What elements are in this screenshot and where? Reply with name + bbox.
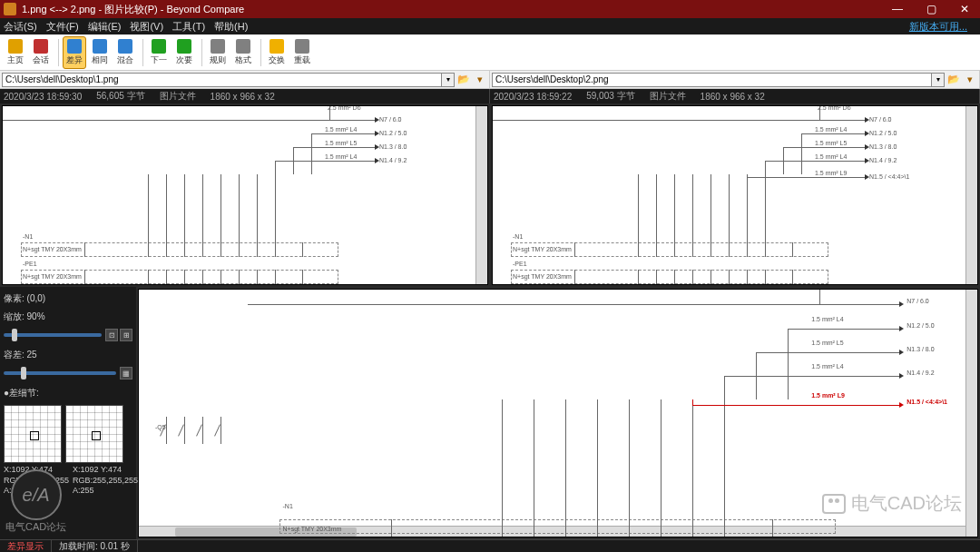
right-path-dropdown[interactable]: ▾ [932, 73, 945, 87]
tol-grid-button[interactable]: ▦ [120, 367, 132, 380]
tol-label: 容差: [4, 350, 24, 360]
separator [201, 39, 202, 66]
left-history-button[interactable]: ▾ [473, 73, 487, 87]
scrollbar-thumb[interactable] [477, 143, 486, 188]
toolbar: 主页 会话 差异 相同 混合 下一 次要 规则 格式 交换 重载 [0, 34, 980, 71]
next-icon [152, 39, 166, 54]
right-type: 图片文件 [650, 90, 686, 103]
menu-file[interactable]: 文件(F) [46, 20, 79, 34]
update-link[interactable]: 新版本可用... [909, 20, 967, 34]
prev-diff-button[interactable]: 次要 [172, 36, 196, 69]
menu-session[interactable]: 会话(S) [4, 20, 37, 34]
rules-button[interactable]: 规则 [206, 36, 230, 69]
app-icon [4, 3, 16, 15]
compare-row: 2.5 mm² D6N7 / 6.0N1.2 / 5.01.5 mm² L4N1… [0, 104, 980, 287]
right-pixel-preview [65, 405, 123, 463]
menu-help[interactable]: 帮助(H) [214, 20, 248, 34]
left-dim: 1860 x 966 x 32 [211, 92, 275, 102]
sessions-icon [34, 39, 48, 54]
format-button[interactable]: 格式 [231, 36, 255, 69]
right-history-button[interactable]: ▾ [963, 73, 977, 87]
swap-button[interactable]: 交换 [265, 36, 289, 69]
right-pixel-xy: X:1092 Y:474 [73, 465, 138, 476]
right-size: 59,003 字节 [586, 90, 634, 103]
left-path-input[interactable] [2, 73, 442, 87]
status-diff: 差异显示 [0, 540, 52, 553]
zoom-label: 缩放: [4, 311, 24, 321]
left-date: 2020/3/23 18:59:30 [4, 92, 82, 102]
reload-button[interactable]: 重载 [290, 36, 314, 69]
reload-icon [295, 39, 309, 54]
swap-icon [270, 39, 284, 54]
zoom-slider[interactable]: ⊡⊞ [4, 329, 132, 341]
zoom-100-button[interactable]: ⊞ [120, 329, 132, 341]
tol-track[interactable] [4, 371, 116, 375]
left-path-dropdown[interactable]: ▾ [442, 73, 455, 87]
zoom-value: 90% [27, 311, 45, 321]
watermark-text: 电气CAD论坛 [5, 520, 66, 534]
left-path: ▾ 📂 ▾ [0, 71, 490, 88]
separator [142, 39, 143, 66]
right-dim: 1860 x 966 x 32 [701, 92, 765, 102]
prev-icon [177, 39, 191, 54]
right-pixel-a: A:255 [73, 486, 138, 497]
rules-icon [211, 39, 225, 54]
tol-value: 25 [27, 350, 37, 360]
tol-knob[interactable] [21, 367, 26, 380]
right-pixel-rgb: RGB:255,255,255 [73, 476, 138, 487]
ea-icon: e/A [11, 469, 62, 520]
struct-icon [118, 39, 132, 54]
scrollbar-thumb[interactable] [967, 143, 976, 188]
bottom-area: 像素: (0,0) 缩放: 90% ⊡⊞ 容差: 25 ▦ ●差细节: X:10… [0, 287, 980, 539]
status-load-time: 加载时间: 0.01 秒 [52, 540, 138, 553]
next-diff-button[interactable]: 下一 [147, 36, 171, 69]
window-controls: — ▢ ✕ [885, 3, 976, 15]
menu-edit[interactable]: 编辑(E) [88, 20, 122, 34]
separator [260, 39, 261, 66]
info-row: 2020/3/23 18:59:30 56,605 字节 图片文件 1860 x… [0, 89, 980, 104]
menu-view[interactable]: 视图(V) [130, 20, 163, 34]
pixel-preview [4, 405, 132, 463]
left-browse-button[interactable]: 📂 [456, 73, 471, 87]
tolerance-slider[interactable]: ▦ [4, 367, 132, 380]
maximize-button[interactable]: ▢ [919, 3, 944, 15]
format-icon [236, 39, 250, 54]
diff-icon [67, 39, 82, 54]
home-button[interactable]: 主页 [4, 36, 27, 69]
scrollbar-thumb[interactable] [967, 308, 976, 362]
detail-label: ●差细节: [4, 387, 132, 399]
left-type: 图片文件 [160, 90, 196, 103]
coords-label: 像素: [4, 293, 24, 303]
same-icon [93, 39, 107, 54]
status-bar: 差异显示 加载时间: 0.01 秒 [0, 539, 980, 552]
same-button[interactable]: 相同 [88, 36, 112, 69]
left-image-panel[interactable]: 2.5 mm² D6N7 / 6.0N1.2 / 5.01.5 mm² L4N1… [2, 105, 488, 285]
watermark-logo: e/A 电气CAD论坛 [5, 469, 66, 534]
menu-bar: 会话(S) 文件(F) 编辑(E) 视图(V) 工具(T) 帮助(H) 新版本可… [0, 18, 980, 34]
close-button[interactable]: ✕ [953, 3, 976, 15]
window-title: 1.png <--> 2.png - 图片比较(P) - Beyond Comp… [22, 3, 885, 16]
right-date: 2020/3/23 18:59:22 [494, 92, 572, 102]
separator [58, 39, 59, 66]
left-pixel-preview [4, 405, 62, 463]
right-info: 2020/3/23 18:59:22 59,003 字节 图片文件 1860 x… [490, 89, 980, 104]
left-info: 2020/3/23 18:59:30 56,605 字节 图片文件 1860 x… [0, 89, 490, 104]
right-path-input[interactable] [492, 73, 932, 87]
minimize-button[interactable]: — [885, 3, 910, 15]
path-row: ▾ 📂 ▾ ▾ 📂 ▾ [0, 71, 980, 89]
home-icon [8, 39, 23, 54]
sessions-button[interactable]: 会话 [29, 36, 53, 69]
title-bar: 1.png <--> 2.png - 图片比较(P) - Beyond Comp… [0, 0, 980, 18]
coords-value: (0,0) [27, 293, 46, 303]
menu-tools[interactable]: 工具(T) [172, 20, 205, 34]
right-path: ▾ 📂 ▾ [490, 71, 980, 88]
diff-view[interactable]: -Q52.5 mm² D6N7 / 6.0N1.2 / 5.01.5 mm² L… [138, 289, 978, 537]
struct-button[interactable]: 混合 [113, 36, 137, 69]
left-size: 56,605 字节 [96, 90, 144, 103]
diff-button[interactable]: 差异 [63, 36, 86, 69]
zoom-knob[interactable] [12, 329, 17, 341]
zoom-track[interactable] [4, 333, 102, 337]
zoom-fit-button[interactable]: ⊡ [105, 329, 118, 341]
right-browse-button[interactable]: 📂 [946, 73, 961, 87]
right-image-panel[interactable]: 2.5 mm² D6N7 / 6.0N1.2 / 5.01.5 mm² L4N1… [492, 105, 978, 285]
